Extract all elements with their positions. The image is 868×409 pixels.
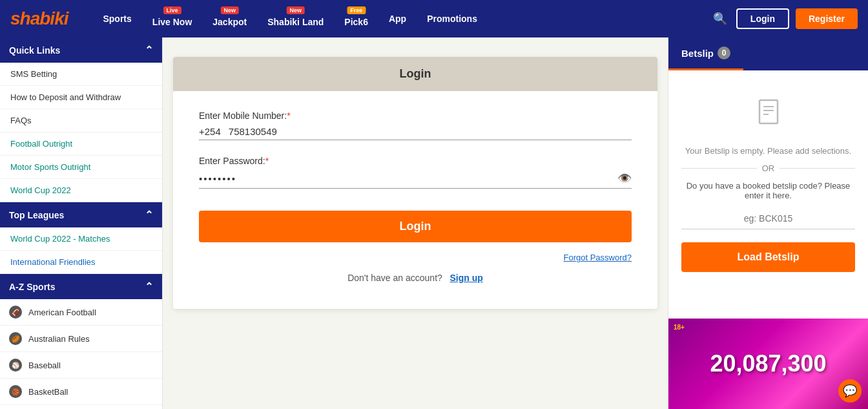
chevron-up-icon: ⌃ bbox=[145, 44, 153, 56]
sidebar-item-faqs[interactable]: FAQs bbox=[0, 109, 162, 132]
chevron-up-icon-leagues: ⌃ bbox=[145, 209, 153, 221]
quick-links-header[interactable]: Quick Links ⌃ bbox=[0, 37, 162, 63]
sidebar-item-deposit[interactable]: How to Deposit and Withdraw bbox=[0, 86, 162, 109]
sidebar-item-sms-betting[interactable]: SMS Betting bbox=[0, 63, 162, 86]
betslip-code-input[interactable] bbox=[681, 208, 855, 229]
betslip-code-label: Do you have a booked betslip code? Pleas… bbox=[681, 181, 855, 200]
svg-rect-0 bbox=[760, 100, 778, 123]
live-badge: Live bbox=[163, 6, 181, 14]
sidebar-item-motor-sports[interactable]: Motor Sports Outright bbox=[0, 156, 162, 179]
mobile-label: Enter Mobile Number:* bbox=[199, 110, 632, 121]
password-input[interactable] bbox=[199, 173, 617, 184]
betslip-empty-icon bbox=[753, 96, 784, 133]
promo-age-label: 18+ bbox=[674, 324, 685, 331]
login-submit-button[interactable]: Login bbox=[199, 211, 632, 242]
search-icon[interactable]: 🔍 bbox=[710, 9, 730, 28]
header: shabiki Sports Live Live Now New Jackpot… bbox=[0, 0, 868, 37]
nav-shabiki-land[interactable]: New Shabiki Land bbox=[258, 5, 333, 32]
basketball-icon: 🏀 bbox=[9, 385, 22, 398]
chat-icon[interactable]: 💬 bbox=[838, 379, 862, 403]
promo-amount: 20,087,300 bbox=[710, 350, 826, 377]
betslip-panel: Betslip 0 Your Betslip is empty. Please … bbox=[668, 37, 868, 409]
load-betslip-button[interactable]: Load Betslip bbox=[681, 242, 855, 272]
nav-promotions[interactable]: Promotions bbox=[418, 8, 486, 29]
nav-live-now[interactable]: Live Live Now bbox=[143, 5, 201, 32]
login-title: Login bbox=[173, 57, 657, 91]
sidebar-item-intl-friendlies[interactable]: International Friendlies bbox=[0, 251, 162, 274]
baseball-icon: ⚾ bbox=[9, 359, 22, 372]
eye-icon[interactable]: 👁️ bbox=[617, 171, 632, 185]
signup-row: Don't have an account? Sign up bbox=[199, 273, 632, 283]
nav-pick6[interactable]: Free Pick6 bbox=[335, 5, 377, 32]
chevron-up-icon-az: ⌃ bbox=[145, 280, 153, 293]
mobile-group: Enter Mobile Number:* +254 bbox=[199, 110, 632, 140]
betslip-header: Betslip 0 bbox=[668, 37, 868, 70]
nav-jackpot[interactable]: New Jackpot bbox=[203, 5, 256, 32]
phone-input-row: +254 bbox=[199, 126, 632, 140]
american-football-icon: 🏈 bbox=[9, 306, 22, 319]
australian-rules-icon: 🏉 bbox=[9, 332, 22, 345]
signup-link[interactable]: Sign up bbox=[450, 273, 483, 283]
nav-app[interactable]: App bbox=[380, 8, 415, 29]
page-body: Quick Links ⌃ SMS Betting How to Deposit… bbox=[0, 37, 868, 409]
sidebar-item-wc-matches[interactable]: World Cup 2022 - Matches bbox=[0, 227, 162, 251]
password-label: Enter Password:* bbox=[199, 156, 632, 166]
new-badge-shabiki: New bbox=[287, 6, 305, 14]
login-panel: Login Enter Mobile Number:* +254 Enter P… bbox=[173, 57, 657, 309]
logo[interactable]: shabiki bbox=[10, 8, 68, 29]
sidebar-item-world-cup[interactable]: World Cup 2022 bbox=[0, 179, 162, 202]
header-right: 🔍 Login Register bbox=[710, 8, 858, 29]
az-sports-header[interactable]: A-Z Sports ⌃ bbox=[0, 274, 162, 299]
sidebar-item-football-outright[interactable]: Football Outright bbox=[0, 132, 162, 156]
free-badge: Free bbox=[347, 6, 366, 14]
betslip-count: 0 bbox=[718, 47, 730, 59]
betslip-empty-text: Your Betslip is empty. Please add select… bbox=[685, 146, 851, 156]
sidebar-item-american-football[interactable]: 🏈 American Football bbox=[0, 299, 162, 326]
password-group: Enter Password:* 👁️ bbox=[199, 156, 632, 189]
sidebar-item-australian-rules[interactable]: 🏉 Australian Rules bbox=[0, 326, 162, 352]
login-body: Enter Mobile Number:* +254 Enter Passwor… bbox=[173, 91, 657, 309]
betslip-or: OR bbox=[681, 163, 855, 173]
phone-prefix: +254 bbox=[199, 126, 221, 137]
password-input-row: 👁️ bbox=[199, 171, 632, 189]
nav-sports[interactable]: Sports bbox=[94, 8, 140, 29]
mobile-input[interactable] bbox=[229, 126, 632, 137]
betslip-body: Your Betslip is empty. Please add select… bbox=[668, 70, 868, 285]
betslip-tab[interactable]: Betslip 0 bbox=[668, 37, 743, 70]
login-button[interactable]: Login bbox=[736, 8, 789, 29]
betslip-promo-banner: 18+ 20,087,300 💬 bbox=[668, 319, 868, 409]
sidebar-item-baseball[interactable]: ⚾ Baseball bbox=[0, 352, 162, 379]
new-badge-jackpot: New bbox=[220, 6, 239, 14]
register-button[interactable]: Register bbox=[796, 8, 858, 29]
main-nav: Sports Live Live Now New Jackpot New Sha… bbox=[94, 5, 697, 32]
main-content: Login Enter Mobile Number:* +254 Enter P… bbox=[163, 37, 668, 409]
sidebar: Quick Links ⌃ SMS Betting How to Deposit… bbox=[0, 37, 163, 409]
forgot-password-link[interactable]: Forgot Password? bbox=[199, 253, 632, 262]
sidebar-item-basketball[interactable]: 🏀 BasketBall bbox=[0, 379, 162, 405]
top-leagues-header[interactable]: Top Leagues ⌃ bbox=[0, 202, 162, 227]
